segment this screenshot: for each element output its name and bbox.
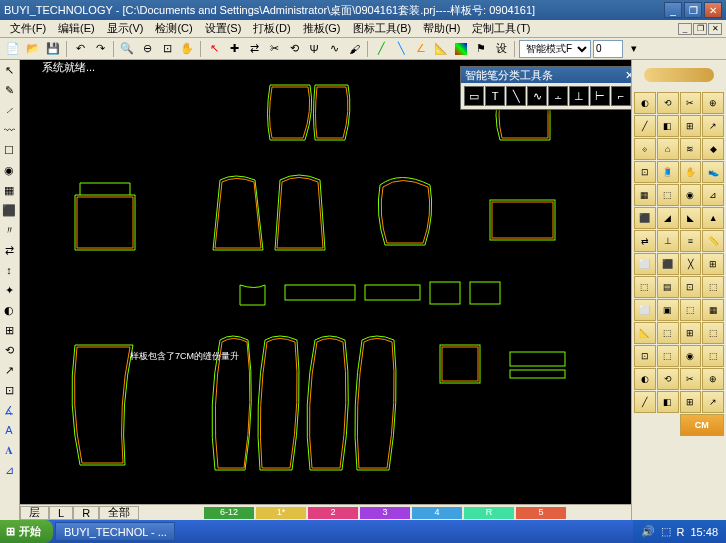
- left-tool-3[interactable]: 〰: [0, 120, 18, 140]
- tool-undo-icon[interactable]: ↶: [71, 40, 89, 58]
- tool-fork-icon[interactable]: Ψ: [305, 40, 323, 58]
- taskbar-item[interactable]: BUYI_TECHNOL - ...: [55, 522, 175, 541]
- smart-toolbar-title[interactable]: 智能笔分类工具条 ✕: [461, 67, 631, 83]
- smart-rect-icon[interactable]: ▭: [464, 86, 484, 106]
- right-tool-9-2[interactable]: ⬚: [680, 299, 702, 321]
- right-tool-3-2[interactable]: ✋: [680, 161, 702, 183]
- maximize-button[interactable]: ❐: [684, 2, 702, 18]
- tool-zoom-fit-icon[interactable]: ⊡: [158, 40, 176, 58]
- smart-slash-icon[interactable]: ╲: [506, 86, 526, 106]
- menu-icon-tools[interactable]: 图标工具(B): [347, 20, 418, 37]
- left-tool-18[interactable]: A: [0, 420, 18, 440]
- right-tool-7-3[interactable]: ⊞: [702, 253, 724, 275]
- tool-palette-icon[interactable]: [452, 40, 470, 58]
- left-tool-17[interactable]: ∡: [0, 400, 18, 420]
- left-tool-16[interactable]: ⊡: [0, 380, 18, 400]
- tool-redo-icon[interactable]: ↷: [91, 40, 109, 58]
- tool-rotate-icon[interactable]: ⟲: [285, 40, 303, 58]
- tray-icon[interactable]: ⬚: [661, 525, 671, 538]
- right-tool-12-0[interactable]: ◐: [634, 368, 656, 390]
- right-tool-8-2[interactable]: ⊡: [680, 276, 702, 298]
- left-tool-6[interactable]: ▦: [0, 180, 18, 200]
- right-tool-10-2[interactable]: ⊞: [680, 322, 702, 344]
- right-tool-5-1[interactable]: ◢: [657, 207, 679, 229]
- smart-h-icon[interactable]: ⊢: [590, 86, 610, 106]
- menu-settings[interactable]: 设置(S): [199, 20, 248, 37]
- tool-scissors-icon[interactable]: ✂: [265, 40, 283, 58]
- tool-save-icon[interactable]: 💾: [44, 40, 62, 58]
- right-tool-2-2[interactable]: ≋: [680, 138, 702, 160]
- right-tool-10-1[interactable]: ⬚: [657, 322, 679, 344]
- mode-combo[interactable]: 智能模式F5: [519, 40, 591, 58]
- tool-pointer-icon[interactable]: ↖: [205, 40, 223, 58]
- tool-angle-icon[interactable]: ∠: [412, 40, 430, 58]
- mdi-minimize-button[interactable]: _: [678, 23, 692, 35]
- right-tool-11-3[interactable]: ⬚: [702, 345, 724, 367]
- right-tool-5-3[interactable]: ▲: [702, 207, 724, 229]
- size-seg-6[interactable]: 5: [516, 507, 566, 519]
- menu-pattern[interactable]: 打板(D): [247, 20, 296, 37]
- tool-line-green-icon[interactable]: ╱: [372, 40, 390, 58]
- right-tool-2-0[interactable]: ⟐: [634, 138, 656, 160]
- left-tool-9[interactable]: ⇄: [0, 240, 18, 260]
- right-tool-4-0[interactable]: ▦: [634, 184, 656, 206]
- left-tool-13[interactable]: ⊞: [0, 320, 18, 340]
- right-tool-6-0[interactable]: ⇄: [634, 230, 656, 252]
- right-tool-0-2[interactable]: ✂: [680, 92, 702, 114]
- smart-wave-icon[interactable]: ∿: [527, 86, 547, 106]
- left-tool-0[interactable]: ↖: [0, 60, 18, 80]
- smart-corner-icon[interactable]: ⌐: [611, 86, 631, 106]
- canvas[interactable]: 系统就绪...: [20, 60, 631, 520]
- right-tool-3-3[interactable]: 👟: [702, 161, 724, 183]
- mdi-restore-button[interactable]: ❐: [693, 23, 707, 35]
- right-tool-7-1[interactable]: ⬛: [657, 253, 679, 275]
- layer-l-button[interactable]: L: [49, 506, 73, 520]
- tool-hand-icon[interactable]: ✋: [178, 40, 196, 58]
- tray-icon[interactable]: 🔊: [641, 525, 655, 538]
- left-tool-14[interactable]: ⟲: [0, 340, 18, 360]
- tool-gear-icon[interactable]: 设: [492, 40, 510, 58]
- mdi-close-button[interactable]: ✕: [708, 23, 722, 35]
- tray-icon[interactable]: R: [677, 526, 685, 538]
- left-tool-5[interactable]: ◉: [0, 160, 18, 180]
- tool-flag-icon[interactable]: ⚑: [472, 40, 490, 58]
- tool-curve-icon[interactable]: ∿: [325, 40, 343, 58]
- left-tool-12[interactable]: ◐: [0, 300, 18, 320]
- left-tool-8[interactable]: 〃: [0, 220, 18, 240]
- right-tool-4-3[interactable]: ⊿: [702, 184, 724, 206]
- right-tool-6-1[interactable]: ⊥: [657, 230, 679, 252]
- system-tray[interactable]: 🔊 ⬚ R 15:48: [633, 520, 726, 543]
- unit-cm-button[interactable]: CM: [680, 414, 725, 436]
- right-tool-5-2[interactable]: ◣: [680, 207, 702, 229]
- right-tool-9-3[interactable]: ▦: [702, 299, 724, 321]
- menu-custom[interactable]: 定制工具(T): [466, 20, 536, 37]
- menu-view[interactable]: 显示(V): [101, 20, 150, 37]
- layer-r-button[interactable]: R: [73, 506, 99, 520]
- menu-help[interactable]: 帮助(H): [417, 20, 466, 37]
- right-tool-12-1[interactable]: ⟲: [657, 368, 679, 390]
- smart-pen-toolbar[interactable]: 智能笔分类工具条 ✕ ▭ T ╲ ∿ ⫠ ⊥ ⊢ ⌐: [460, 66, 631, 110]
- bullet-icon[interactable]: [644, 68, 714, 82]
- close-button[interactable]: ✕: [704, 2, 722, 18]
- right-tool-13-3[interactable]: ↗: [702, 391, 724, 413]
- tool-new-icon[interactable]: 📄: [4, 40, 22, 58]
- right-tool-1-2[interactable]: ⊞: [680, 115, 702, 137]
- size-seg-1[interactable]: 1*: [256, 507, 306, 519]
- size-seg-5[interactable]: R: [464, 507, 514, 519]
- right-tool-11-2[interactable]: ◉: [680, 345, 702, 367]
- left-tool-2[interactable]: ⟋: [0, 100, 18, 120]
- menu-file[interactable]: 文件(F): [4, 20, 52, 37]
- left-tool-11[interactable]: ✦: [0, 280, 18, 300]
- smart-toolbar-close-icon[interactable]: ✕: [623, 69, 631, 82]
- left-tool-1[interactable]: ✎: [0, 80, 18, 100]
- right-tool-13-1[interactable]: ◧: [657, 391, 679, 413]
- right-tool-13-0[interactable]: ╱: [634, 391, 656, 413]
- tool-add-icon[interactable]: ✚: [225, 40, 243, 58]
- smart-offset-icon[interactable]: ⫠: [548, 86, 568, 106]
- right-tool-0-3[interactable]: ⊕: [702, 92, 724, 114]
- left-tool-4[interactable]: ☐: [0, 140, 18, 160]
- tool-move-icon[interactable]: ⇄: [245, 40, 263, 58]
- right-tool-6-3[interactable]: 📏: [702, 230, 724, 252]
- right-tool-9-0[interactable]: ⬜: [634, 299, 656, 321]
- right-tool-1-1[interactable]: ◧: [657, 115, 679, 137]
